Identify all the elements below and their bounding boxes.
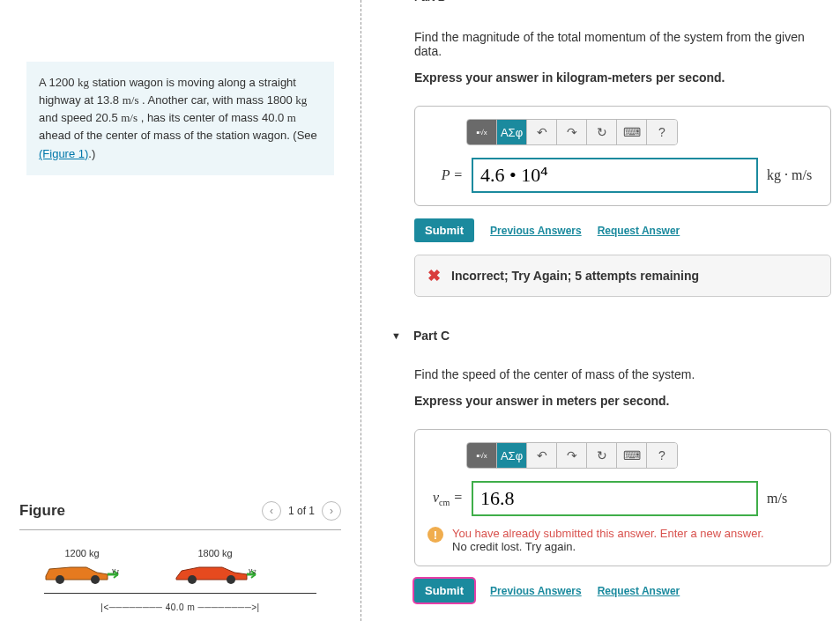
part-c-toolbar: ▪√x ΑΣφ ↶ ↷ ↻ ⌨ ?	[466, 442, 678, 469]
template-tool-icon[interactable]: ▪√x	[467, 443, 497, 468]
part-b-header-truncated: Part B	[391, 0, 831, 5]
distance-measure: |<──────── 40.0 m ────────>|	[44, 603, 316, 612]
part-c: Find the speed of the center of mass of …	[414, 367, 831, 603]
sedan-icon	[173, 560, 257, 585]
car2-mass-label: 1800 kg	[173, 548, 257, 558]
part-b-instruction: Express your answer in kilogram-meters p…	[414, 70, 831, 85]
redo-icon[interactable]: ↷	[557, 120, 587, 144]
figure-section: Figure ‹ 1 of 1 › 1200 kg v₁	[19, 501, 341, 612]
reset-icon[interactable]: ↻	[587, 443, 617, 468]
redo-icon[interactable]: ↷	[557, 443, 587, 468]
pager-label: 1 of 1	[288, 505, 315, 517]
pager-prev-button[interactable]: ‹	[262, 501, 281, 521]
svg-point-3	[227, 575, 235, 584]
keyboard-icon[interactable]: ⌨	[617, 120, 647, 144]
part-b-feedback: ✖ Incorrect; Try Again; 5 attempts remai…	[414, 255, 831, 297]
v2-label: v₂	[249, 566, 256, 575]
undo-icon[interactable]: ↶	[527, 443, 557, 468]
pager-next-button[interactable]: ›	[322, 501, 341, 521]
part-b-answer-input[interactable]	[472, 158, 758, 193]
part-b-toolbar: ▪√x ΑΣφ ↶ ↷ ↻ ⌨ ?	[466, 119, 678, 145]
figure-title: Figure	[19, 502, 65, 520]
part-b-previous-answers-link[interactable]: Previous Answers	[490, 225, 582, 237]
part-b: Find the magnitude of the total momentum…	[414, 30, 831, 297]
help-icon[interactable]: ?	[647, 120, 677, 144]
svg-point-1	[91, 575, 100, 584]
reset-icon[interactable]: ↻	[587, 120, 617, 144]
greek-tool-icon[interactable]: ΑΣφ	[497, 443, 527, 468]
warning-icon: !	[427, 527, 443, 543]
part-c-answer-input[interactable]	[472, 481, 758, 516]
template-tool-icon[interactable]: ▪√x	[467, 120, 497, 144]
part-c-title: Part C	[413, 329, 450, 343]
part-b-units: kg · m/s	[767, 167, 818, 183]
greek-tool-icon[interactable]: ΑΣφ	[497, 120, 527, 144]
part-c-eq-label: vcm =	[427, 490, 463, 507]
problem-text: A 1200 kg station wagon is moving along …	[39, 76, 317, 160]
part-c-request-answer-link[interactable]: Request Answer	[598, 585, 680, 597]
part-b-submit-button[interactable]: Submit	[414, 218, 474, 242]
part-c-instruction: Express your answer in meters per second…	[414, 394, 831, 408]
svg-point-0	[56, 575, 64, 584]
help-icon[interactable]: ?	[647, 443, 677, 468]
keyboard-icon[interactable]: ⌨	[617, 443, 647, 468]
part-c-submit-button[interactable]: Submit	[414, 579, 474, 603]
figure-image: 1200 kg v₁ 1800 kg v₂	[19, 548, 341, 612]
station-wagon-icon	[44, 560, 120, 585]
part-b-answer-box: ▪√x ΑΣφ ↶ ↷ ↻ ⌨ ? P = kg · m/s	[414, 106, 831, 206]
part-b-request-answer-link[interactable]: Request Answer	[598, 225, 680, 237]
incorrect-x-icon: ✖	[427, 266, 441, 285]
part-c-answer-box: ▪√x ΑΣφ ↶ ↷ ↻ ⌨ ? vcm = m/s ! You have a…	[414, 429, 831, 566]
part-c-units: m/s	[767, 491, 818, 506]
info-line2: No credit lost. Try again.	[452, 540, 764, 553]
part-c-previous-answers-link[interactable]: Previous Answers	[490, 585, 582, 597]
info-line1: You have already submitted this answer. …	[452, 527, 764, 540]
svg-point-2	[188, 575, 197, 584]
car1-mass-label: 1200 kg	[44, 548, 120, 558]
caret-down-icon: ▼	[391, 330, 401, 341]
figure-pager: ‹ 1 of 1 ›	[262, 501, 341, 521]
left-column: A 1200 kg station wagon is moving along …	[0, 0, 361, 621]
v1-label: v₁	[112, 566, 119, 575]
part-c-info: ! You have already submitted this answer…	[427, 527, 818, 553]
part-b-eq-label: P =	[427, 167, 463, 183]
part-c-header[interactable]: ▼ Part C	[391, 329, 831, 343]
undo-icon[interactable]: ↶	[527, 120, 557, 144]
problem-statement: A 1200 kg station wagon is moving along …	[26, 62, 334, 175]
figure-link[interactable]: (Figure 1)	[39, 147, 88, 160]
feedback-text: Incorrect; Try Again; 5 attempts remaini…	[451, 269, 699, 283]
part-c-question: Find the speed of the center of mass of …	[414, 367, 831, 381]
part-b-question: Find the magnitude of the total momentum…	[414, 30, 831, 58]
right-column: Part B Find the magnitude of the total m…	[361, 0, 840, 621]
